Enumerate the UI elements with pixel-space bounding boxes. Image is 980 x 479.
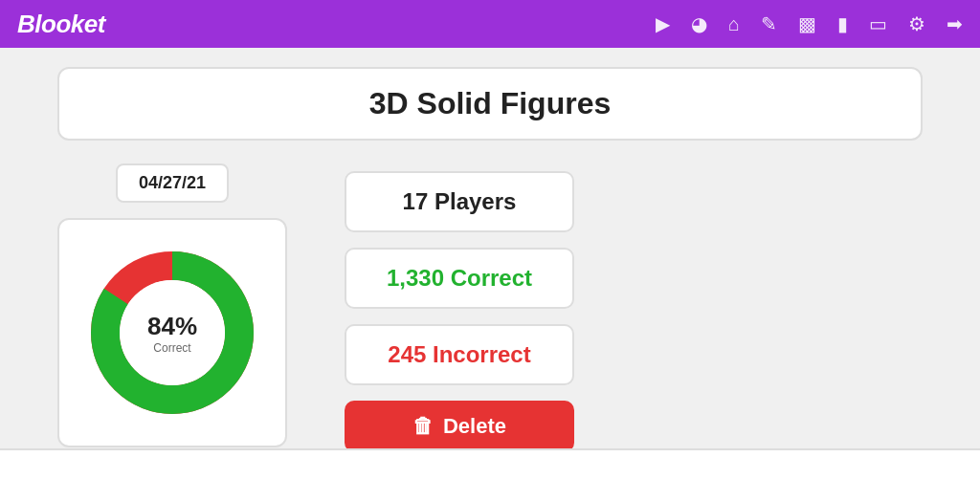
right-column: 17 Players 1,330 Correct 245 Incorrect 🗑… bbox=[345, 163, 574, 452]
donut-percent: 84% bbox=[147, 312, 197, 341]
incorrect-card: 245 Incorrect bbox=[345, 324, 574, 385]
explore-icon[interactable]: ◕ bbox=[691, 12, 707, 35]
delete-label: Delete bbox=[443, 414, 506, 439]
title-card: 3D Solid Figures bbox=[57, 67, 923, 141]
store-icon[interactable]: ▮ bbox=[837, 12, 848, 35]
chart-card: 84% Correct bbox=[57, 218, 287, 447]
players-card: 17 Players bbox=[345, 171, 574, 232]
page-title: 3D Solid Figures bbox=[88, 86, 892, 121]
edit-icon[interactable]: ✎ bbox=[761, 12, 777, 35]
content-row: 04/27/21 84% Correct bbox=[57, 163, 923, 452]
trash-icon: 🗑 bbox=[412, 414, 434, 439]
settings-icon[interactable]: ⚙ bbox=[908, 12, 925, 35]
players-label: 17 Players bbox=[403, 188, 517, 214]
play-icon[interactable]: ▶ bbox=[656, 12, 670, 35]
donut-text: Correct bbox=[147, 341, 197, 355]
left-column: 04/27/21 84% Correct bbox=[57, 163, 287, 447]
correct-label: 1,330 Correct bbox=[387, 265, 532, 291]
chart-icon[interactable]: ▩ bbox=[798, 12, 816, 35]
incorrect-label: 245 Incorrect bbox=[388, 341, 530, 367]
navbar: Blooket ▶ ◕ ⌂ ✎ ▩ ▮ ▭ ⚙ ➡ bbox=[0, 0, 980, 48]
app-logo: Blooket bbox=[17, 10, 105, 39]
donut-label: 84% Correct bbox=[147, 312, 197, 355]
donut-chart: 84% Correct bbox=[81, 242, 263, 424]
home-icon[interactable]: ⌂ bbox=[728, 13, 740, 35]
delete-button[interactable]: 🗑 Delete bbox=[345, 401, 574, 452]
bottom-strip bbox=[0, 448, 980, 479]
main-content: 3D Solid Figures 04/27/21 bbox=[0, 48, 980, 471]
date-badge: 04/27/21 bbox=[116, 163, 229, 203]
logout-icon[interactable]: ➡ bbox=[947, 12, 963, 35]
correct-card: 1,330 Correct bbox=[345, 248, 574, 309]
book-icon[interactable]: ▭ bbox=[869, 12, 887, 35]
